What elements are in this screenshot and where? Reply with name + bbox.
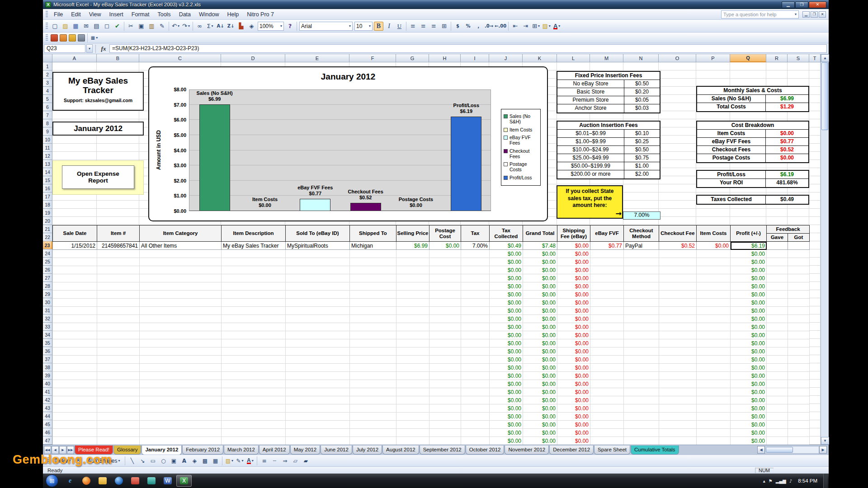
cell[interactable] <box>697 299 731 307</box>
internet-explorer-icon[interactable]: e <box>62 475 78 487</box>
cell[interactable]: 214598657841 <box>97 242 140 250</box>
cell[interactable]: $0.00 <box>490 396 523 404</box>
cell[interactable] <box>97 364 140 372</box>
horizontal-scrollbar[interactable]: ◀ ▶ <box>757 446 828 454</box>
cell[interactable]: $0.00 <box>557 347 590 356</box>
cell[interactable] <box>697 437 731 445</box>
cell[interactable] <box>767 307 788 315</box>
cell[interactable] <box>767 364 788 372</box>
sheet-tab-june-2012[interactable]: June 2012 <box>321 446 352 455</box>
cell[interactable] <box>461 413 490 421</box>
save-icon[interactable]: ▦ <box>71 22 80 31</box>
help-search-input[interactable]: Type a question for help ▾ <box>721 10 799 19</box>
cell[interactable] <box>697 404 731 413</box>
cell[interactable] <box>624 396 659 404</box>
cell[interactable] <box>461 429 490 437</box>
row-header-15[interactable]: 15 <box>43 176 52 184</box>
cell[interactable] <box>53 307 97 315</box>
cell[interactable] <box>590 396 624 404</box>
horizontal-scroll-thumb[interactable] <box>766 447 793 453</box>
cell[interactable]: $0.00 <box>523 388 557 396</box>
cell[interactable] <box>697 315 731 323</box>
row-header-12[interactable]: 12 <box>43 152 52 160</box>
cell[interactable] <box>286 413 350 421</box>
cell[interactable] <box>788 372 810 380</box>
column-header-cell[interactable]: Item Costs <box>697 225 731 242</box>
cell[interactable] <box>624 250 659 258</box>
cell[interactable] <box>659 307 697 315</box>
cell[interactable] <box>590 372 624 380</box>
redo-icon[interactable]: ↷▾ <box>181 22 191 31</box>
cell[interactable] <box>97 396 140 404</box>
cell[interactable] <box>788 266 810 274</box>
paste-icon[interactable]: ▥ <box>147 22 156 31</box>
column-header-cell[interactable]: Gave <box>767 234 788 242</box>
cell[interactable] <box>350 315 396 323</box>
cell[interactable] <box>140 299 222 307</box>
vertical-scroll-thumb[interactable] <box>821 62 828 130</box>
cell[interactable] <box>429 331 461 339</box>
volume-icon[interactable]: ♪ <box>789 479 792 483</box>
cell[interactable] <box>53 291 97 299</box>
column-header-P[interactable]: P <box>696 54 730 62</box>
cell[interactable] <box>97 266 140 274</box>
cell[interactable] <box>97 299 140 307</box>
cell[interactable]: $0.00 <box>557 380 590 388</box>
cell[interactable] <box>350 331 396 339</box>
cell[interactable]: $0.00 <box>557 396 590 404</box>
cell[interactable] <box>767 282 788 291</box>
explorer-folder-icon[interactable] <box>95 475 110 487</box>
cell[interactable] <box>53 282 97 291</box>
new-icon[interactable]: ▢ <box>50 22 60 31</box>
cell[interactable] <box>788 299 810 307</box>
sheet-tab-february-2012[interactable]: February 2012 <box>182 446 223 455</box>
cell[interactable] <box>624 372 659 380</box>
cell[interactable] <box>350 437 396 445</box>
cell[interactable] <box>697 413 731 421</box>
cell[interactable] <box>97 274 140 282</box>
cell[interactable]: $0.00 <box>490 372 523 380</box>
row-header-36[interactable]: 36 <box>43 347 52 355</box>
cell[interactable] <box>624 364 659 372</box>
cell[interactable] <box>53 429 97 437</box>
cell[interactable] <box>767 291 788 299</box>
cell[interactable] <box>767 388 788 396</box>
cell[interactable] <box>140 339 222 347</box>
workbook-close-button[interactable]: ✕ <box>819 11 826 18</box>
cell[interactable]: $0.00 <box>490 274 523 282</box>
cell[interactable] <box>286 315 350 323</box>
cell[interactable] <box>396 299 429 307</box>
cell[interactable] <box>461 404 490 413</box>
cell[interactable] <box>53 421 97 429</box>
cell[interactable] <box>140 315 222 323</box>
cell[interactable]: $0.00 <box>731 372 767 380</box>
word-icon[interactable]: W <box>160 475 175 487</box>
cell[interactable]: $0.00 <box>490 331 523 339</box>
cell[interactable] <box>350 266 396 274</box>
cell[interactable] <box>767 380 788 388</box>
cell[interactable] <box>140 396 222 404</box>
cell[interactable] <box>396 339 429 347</box>
arrow-icon[interactable]: ↘ <box>138 456 147 465</box>
app-icon-red[interactable] <box>127 475 143 487</box>
cell[interactable]: $0.00 <box>731 299 767 307</box>
cell[interactable] <box>624 315 659 323</box>
cell[interactable] <box>396 421 429 429</box>
cell[interactable] <box>286 347 350 356</box>
cell[interactable] <box>396 282 429 291</box>
cell[interactable] <box>429 307 461 315</box>
cell[interactable] <box>53 380 97 388</box>
cell[interactable]: $0.00 <box>557 299 590 307</box>
cell[interactable] <box>767 331 788 339</box>
cell[interactable]: MySpiritualRoots <box>286 242 350 250</box>
toolbar-grip[interactable] <box>46 34 48 42</box>
cell[interactable] <box>697 429 731 437</box>
cell[interactable] <box>429 437 461 445</box>
cell[interactable] <box>767 421 788 429</box>
cell[interactable]: $0.00 <box>731 437 767 445</box>
cell[interactable] <box>396 437 429 445</box>
email-icon[interactable]: ✉ <box>81 22 91 31</box>
cell[interactable] <box>624 274 659 282</box>
row-header-6[interactable]: 6 <box>43 103 52 111</box>
cell[interactable] <box>659 356 697 364</box>
